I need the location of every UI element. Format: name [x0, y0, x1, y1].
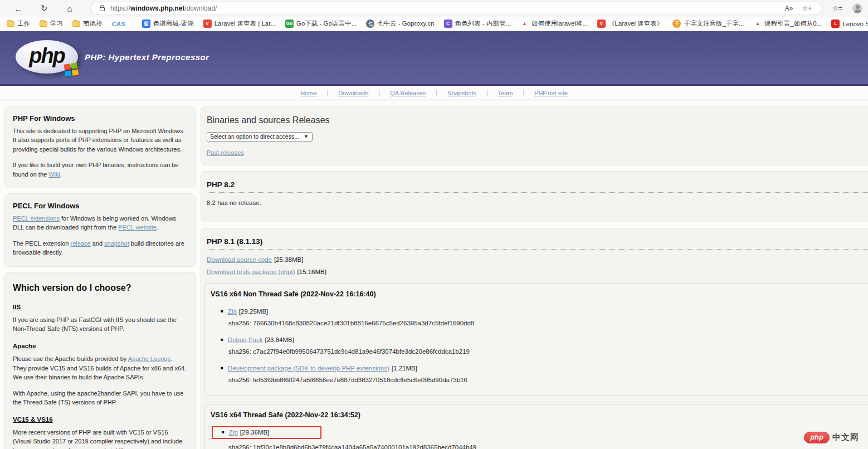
build-title: VS16 x64 Thread Safe (2022-Nov-22 16:34:… [208, 411, 868, 419]
bookmark-item[interactable]: V《Laravel 速查表》 [597, 19, 663, 28]
add-favorite-icon[interactable]: ☆+ [802, 4, 812, 12]
nav-separator: | [486, 90, 488, 96]
bookmark-item[interactable]: C角色列表 - 内部管... [444, 19, 511, 28]
bookmark-label: 苟艳玲 [83, 19, 103, 28]
php-8-1-section: PHP 8.1 (8.1.13) Download source code[25… [201, 228, 868, 449]
nav-link-downloads[interactable]: Downloads [338, 90, 368, 96]
build-download-size: [29.36MB] [240, 429, 269, 436]
divider [207, 192, 868, 193]
sidebar-paragraph: The PECL extension release and snapshot … [13, 239, 188, 257]
sha256-text: sha256: 1bf30c1e8b8d6bd6b3e79f4caa1404a6… [208, 444, 868, 449]
address-bar[interactable]: https://windows.php.net/download/ A» ☆+ [90, 2, 822, 15]
build-item: ■Zip[29.36MB]sha256: 1bf30c1e8b8d6bd6b3e… [208, 426, 868, 449]
sidebar-box-php-for-windows: PHP For Windows This site is dedicated t… [4, 106, 196, 188]
bookmark-item[interactable]: 千千字文注音版_千字... [672, 19, 744, 28]
sidebar-paragraph: If you like to build your own PHP binari… [13, 160, 188, 179]
download-link[interactable]: Download source code [207, 256, 272, 263]
nav-link-php-net-site[interactable]: PHP.net site [534, 90, 568, 96]
favicon: 七 [366, 19, 374, 28]
version-section-heading: IIS [13, 302, 188, 312]
refresh-icon[interactable]: ↻ [36, 2, 52, 15]
bookmark-label: 七牛云 - Goproxy.cn [377, 19, 435, 28]
build-download-link[interactable]: Debug Pack [228, 336, 263, 343]
nav-link-snapshots[interactable]: Snapshots [447, 90, 476, 96]
php-cn-text: 中文网 [832, 432, 859, 443]
text-segment: This site is dedicated to supporting PHP… [13, 128, 185, 153]
bookmark-label: CAS [112, 21, 125, 27]
divider [207, 249, 868, 250]
sidebar-box-title: Which version do I choose? [13, 281, 188, 295]
build-item: ■Development package (SDK to develop PHP… [208, 362, 868, 383]
back-icon[interactable]: ← [10, 2, 27, 15]
past-releases-link[interactable]: Past releases [207, 149, 244, 156]
bookmark-label: 角色列表 - 内部管... [455, 19, 511, 28]
inline-link[interactable]: snapshot [104, 240, 129, 247]
nav-link-qa-releases[interactable]: QA Releases [390, 90, 426, 96]
text-segment: With Apache, using the apache2handler SA… [13, 390, 183, 406]
build-item: ■Zip[29.25MB]sha256: 766630b4168c830820a… [208, 305, 868, 326]
sidebar: PHP For Windows This site is dedicated t… [4, 106, 196, 449]
favicon: 千 [672, 19, 681, 28]
php-8-1-downloads: Download source code[25.38MB]Download te… [207, 256, 868, 275]
bookmark-item[interactable]: 蓝色谱商城-蓝湖 [142, 19, 194, 28]
build-download-size: [23.84MB] [265, 336, 294, 343]
site-header: php PHP: Hypertext Preprocessor [0, 31, 868, 86]
inline-link[interactable]: Apache Lounge [128, 355, 171, 362]
bookmark-label: 工作 [17, 19, 30, 28]
bookmark-item[interactable]: LLenovo Support [831, 19, 868, 28]
sidebar-paragraph: This site is dedicated to supporting PHP… [13, 126, 188, 154]
sha256-text: sha256: fef53f9bb8f60247a5f6656ee7e887dd… [208, 377, 868, 383]
nav-link-home[interactable]: Home [300, 90, 316, 96]
releases-box: Binaries and sources Releases Select an … [201, 106, 868, 165]
nav-link-team[interactable]: Team [498, 90, 513, 96]
build-download-size: [1.21MB] [392, 365, 417, 372]
build-item-row: ■Debug Pack[23.84MB] [208, 336, 294, 343]
inline-link[interactable]: PECL extensions [13, 215, 60, 222]
build-title: VS16 x64 Non Thread Safe (2022-Nov-22 16… [208, 290, 868, 298]
version-section: ApachePlease use the Apache builds provi… [13, 341, 188, 407]
build-download-link[interactable]: Development package (SDK to develop PHP … [228, 365, 389, 372]
read-aloud-icon[interactable]: A» [785, 4, 793, 12]
version-section: IISIf you are using PHP as FastCGI with … [13, 302, 188, 334]
bookmark-item[interactable]: ▲课程引言_如何从0... [753, 19, 822, 28]
bullet-icon: ■ [221, 365, 223, 370]
bookmark-item[interactable]: 七七牛云 - Goproxy.cn [366, 19, 435, 28]
php-8-2-section: PHP 8.2 8.2 has no release. [201, 171, 868, 222]
home-icon[interactable]: ⌂ [61, 2, 78, 15]
sidebar-paragraph: With Apache, using the apache2handler SA… [13, 389, 188, 407]
site-tagline: PHP: Hypertext Preprocessor [85, 52, 209, 62]
favorites-bar-icon[interactable]: ☆= [832, 4, 842, 12]
build-download-link[interactable]: Zip [228, 308, 237, 315]
bookmark-label: 课程引言_如何从0... [764, 19, 822, 28]
bullet-icon: ■ [221, 309, 223, 314]
inline-link[interactable]: Wiki [48, 171, 60, 178]
profile-avatar[interactable] [852, 3, 862, 13]
main-column: Binaries and sources Releases Select an … [201, 106, 868, 449]
bookmark-label: 学习 [50, 19, 63, 28]
sidebar-box-which-version: Which version do I choose? IISIf you are… [4, 272, 196, 449]
nav-separator: | [523, 90, 524, 96]
download-link[interactable]: Download tests package (phpt) [207, 269, 295, 275]
lock-icon [100, 7, 105, 11]
bookmark-item[interactable]: 苟艳玲 [72, 19, 103, 28]
bookmark-item[interactable]: ▲如何使用laravel将... [520, 19, 588, 28]
bookmark-item[interactable]: VLaravel 速查表 | Lar... [203, 19, 276, 28]
inline-link[interactable]: release [71, 240, 91, 247]
build-item-row: ■Development package (SDK to develop PHP… [208, 365, 417, 372]
sidebar-box-title: PHP For Windows [13, 113, 188, 124]
bookmark-item[interactable]: 学习 [40, 19, 63, 28]
bookmark-label: 色谱商城-蓝湖 [153, 19, 194, 28]
inline-link[interactable]: PECL website [118, 224, 157, 231]
url-text[interactable]: https://windows.php.net/download/ [110, 4, 217, 12]
bookmark-item[interactable]: CAS [112, 21, 125, 27]
favicon: ▲ [520, 19, 529, 28]
bullet-icon: ■ [221, 337, 223, 342]
version-section: VC15 & VS16More recent versions of PHP a… [13, 415, 188, 449]
text-segment: . [60, 171, 62, 178]
release-select[interactable]: Select an option to direct access... ▼ [207, 132, 313, 141]
bookmark-item[interactable]: GoGo下载 - Go语言中... [285, 19, 357, 28]
sidebar-paragraph: PECL extensions for Windows is being wor… [13, 214, 188, 232]
folder-icon [72, 21, 80, 27]
build-download-link[interactable]: Zip [229, 429, 238, 436]
bookmark-item[interactable]: 工作 [7, 19, 30, 28]
